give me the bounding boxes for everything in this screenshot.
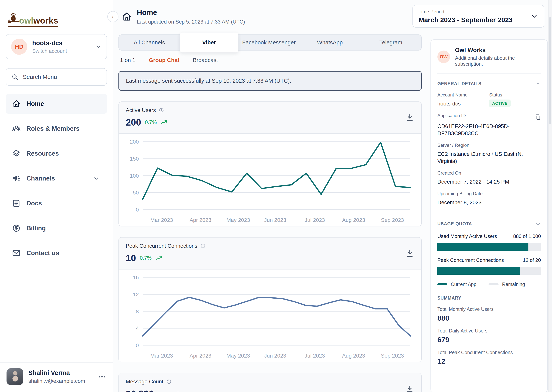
quota-legend: Current App Remaining: [437, 281, 541, 287]
tab-telegram[interactable]: Telegram: [360, 39, 421, 46]
ellipsis-menu-icon[interactable]: [98, 372, 106, 381]
quota-value: 880 of 1,000: [513, 233, 541, 239]
sidebar-item-home[interactable]: Home: [6, 94, 107, 114]
subtab-broadcast[interactable]: Broadcast: [193, 57, 218, 63]
copy-icon[interactable]: [534, 114, 541, 120]
user-name: Shalini Verma: [28, 369, 85, 377]
account-name: hoots-dcs: [32, 39, 67, 47]
info-icon[interactable]: [201, 244, 205, 248]
section-title: USAGE QUOTA: [437, 221, 472, 226]
usage-quota-section-header[interactable]: USAGE QUOTA: [437, 221, 541, 227]
legend-current-app: Current App: [437, 281, 476, 287]
chevron-down-icon: [530, 13, 538, 20]
legend-remaining: Remaining: [488, 281, 525, 287]
svg-text:Jul 2023: Jul 2023: [305, 353, 325, 359]
subtab-1-on-1[interactable]: 1 on 1: [120, 57, 136, 63]
tab-all-channels[interactable]: All Channels: [119, 39, 180, 46]
search-menu-box[interactable]: [6, 68, 107, 86]
panel-title: Owl Works: [455, 47, 541, 54]
home-icon: [122, 12, 132, 22]
svg-text:Apr 2023: Apr 2023: [189, 353, 211, 359]
layers-icon: [12, 149, 21, 158]
download-icon[interactable]: [406, 385, 414, 392]
sidebar-item-docs[interactable]: Docs: [6, 193, 107, 213]
message-count-card: Message Count 56,890 0.7% 60K: [118, 373, 422, 392]
chart-title: Peak Concurrent Connections: [126, 243, 197, 249]
legend-swatch: [488, 283, 499, 285]
time-period-value: March 2023 - September 2023: [419, 16, 513, 24]
subtab-group-chat[interactable]: Group Chat: [149, 57, 180, 63]
status-alert: Last message sent successfully at Sep 10…: [118, 71, 422, 91]
megaphone-icon: [12, 174, 21, 183]
svg-text:16: 16: [133, 274, 139, 280]
charts-column: All Channels Viber Facebook Messenger Wh…: [118, 35, 422, 392]
sidebar-item-label: Roles & Members: [26, 125, 80, 132]
main-content: Home Last updated on Sep 5, 2023 at 7:33…: [113, 0, 552, 392]
search-input[interactable]: [23, 74, 101, 80]
general-details-section-header[interactable]: GENERAL DETAILS: [437, 81, 541, 86]
svg-text:May 2023: May 2023: [226, 217, 250, 223]
svg-text:100: 100: [130, 173, 139, 179]
svg-text:0: 0: [136, 207, 139, 213]
info-icon[interactable]: [166, 379, 171, 384]
sidebar-item-contact-us[interactable]: Contact us: [6, 243, 107, 263]
time-period-select[interactable]: Time Period March 2023 - September 2023: [413, 5, 544, 28]
stat-value: 200: [126, 117, 141, 128]
logo-wordmark: owlworks: [19, 16, 58, 27]
chevron-down-icon: [535, 221, 541, 227]
svg-text:200: 200: [130, 139, 139, 145]
main-header: Home Last updated on Sep 5, 2023 at 7:33…: [113, 0, 552, 28]
sidebar-collapse-button[interactable]: ‹: [107, 11, 118, 22]
owl-logo-icon: [8, 8, 19, 27]
account-name-label: Account Name: [437, 92, 489, 98]
status-badge: ACTIVE: [489, 99, 511, 107]
search-icon: [12, 73, 18, 81]
home-icon: [12, 99, 21, 108]
card-header: Message Count 56,890 0.7%: [119, 373, 421, 392]
sidebar-item-channels[interactable]: Channels: [6, 168, 107, 188]
download-icon[interactable]: [406, 113, 414, 122]
svg-text:Aug 2023: Aug 2023: [342, 353, 365, 359]
svg-text:Aug 2023: Aug 2023: [342, 217, 365, 223]
server-region-value: EC2 Instance t2.micro / US East (N. Virg…: [437, 151, 541, 165]
quota-label: Peek Concurrent Connections: [437, 257, 504, 263]
progress-fill: [437, 267, 520, 275]
summary-daily-active-users: Total Daily Active Users 679: [437, 328, 541, 344]
svg-text:50: 50: [133, 190, 139, 196]
application-id-value: CD61EF22-2F18-4E6D-895D-DF7B3C9D83CC: [437, 123, 541, 137]
svg-text:12: 12: [133, 292, 139, 297]
sidebar-item-roles-members[interactable]: Roles & Members: [6, 119, 107, 139]
quota-peak-connections: Peek Concurrent Connections 12 of 20: [437, 257, 541, 275]
tab-facebook-messenger[interactable]: Facebook Messenger: [239, 39, 299, 46]
progress-fill: [437, 243, 528, 251]
account-switcher[interactable]: HD hoots-dcs Switch account: [6, 34, 107, 59]
tab-whatsapp[interactable]: WhatsApp: [299, 39, 360, 46]
summary-label: Total Daily Active Users: [437, 328, 541, 334]
server-region-label: Server / Region: [437, 143, 541, 148]
trend-up-icon: [173, 391, 180, 392]
page: owlworks ‹ HD hoots-dcs Switch account H…: [0, 0, 552, 392]
download-icon[interactable]: [406, 249, 414, 258]
scrollbar[interactable]: [548, 0, 552, 392]
peak-connections-card: Peak Concurrent Connections 10 0.7% 0481…: [118, 237, 422, 362]
svg-text:Mar 2023: Mar 2023: [150, 353, 173, 359]
sidebar-item-resources[interactable]: Resources: [6, 144, 107, 163]
sidebar: owlworks ‹ HD hoots-dcs Switch account H…: [0, 0, 113, 392]
summary-label: Total Monthly Active Users: [437, 307, 541, 312]
section-title: SUMMARY: [437, 295, 461, 301]
summary-label: Total Peak Concurrent Connections: [437, 350, 541, 355]
tab-viber[interactable]: Viber: [180, 33, 239, 52]
progress-bar: [437, 243, 541, 251]
sidebar-item-label: Billing: [26, 224, 46, 232]
account-name-value: hoots-dcs: [437, 100, 489, 107]
panel-header: OW Owl Works Additional details about th…: [437, 47, 541, 74]
quota-label: Used Monthly Active Users: [437, 233, 497, 239]
info-icon[interactable]: [159, 108, 164, 113]
sidebar-item-label: Home: [26, 100, 44, 107]
legend-swatch: [437, 283, 447, 285]
mail-icon: [12, 249, 21, 258]
scrollbar-thumb[interactable]: [549, 17, 551, 124]
stat-change: 0.7%: [158, 391, 170, 392]
svg-text:Jun 2023: Jun 2023: [264, 217, 286, 223]
sidebar-item-billing[interactable]: Billing: [6, 218, 107, 238]
